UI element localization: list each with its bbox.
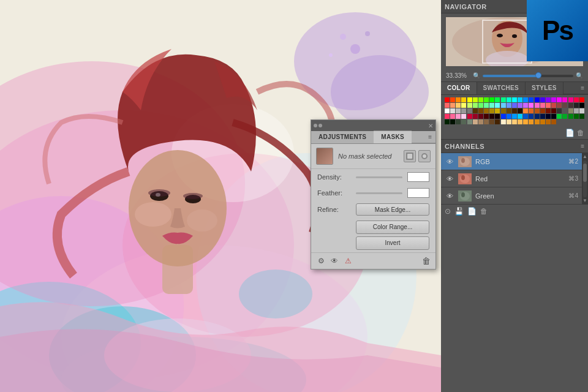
swatch-cell[interactable]	[562, 114, 567, 119]
swatch-cell[interactable]	[529, 108, 533, 113]
mask-edge-button[interactable]: Mask Edge...	[356, 203, 429, 216]
adj-trash-icon[interactable]: 🗑	[422, 256, 431, 266]
swatch-cell[interactable]	[461, 97, 466, 102]
color-range-button[interactable]: Color Range...	[356, 221, 429, 234]
adj-warning-icon[interactable]: ⚠	[343, 256, 353, 266]
swatch-cell[interactable]	[540, 114, 545, 119]
swatch-cell[interactable]	[523, 97, 528, 102]
swatch-cell[interactable]	[461, 103, 466, 108]
tab-styles[interactable]: STYLES	[526, 82, 564, 94]
swatch-cell[interactable]	[484, 108, 489, 113]
swatch-cell[interactable]	[546, 97, 551, 102]
swatch-cell[interactable]	[461, 114, 466, 119]
swatch-cell[interactable]	[484, 114, 489, 119]
swatch-cell[interactable]	[535, 108, 540, 113]
swatch-cell[interactable]	[484, 103, 489, 108]
swatch-cell[interactable]	[562, 108, 567, 113]
channels-scrollbar[interactable]: ▲ ▼	[582, 153, 588, 205]
swatch-cell[interactable]	[574, 97, 579, 102]
swatch-cell[interactable]	[489, 103, 494, 108]
swatch-cell[interactable]	[495, 108, 500, 113]
swatch-cell[interactable]	[535, 119, 540, 124]
swatch-cell[interactable]	[551, 119, 556, 124]
swatch-cell[interactable]	[546, 108, 551, 113]
swatch-cell[interactable]	[568, 108, 573, 113]
channel-row-green[interactable]: 👁 Green ⌘4	[441, 187, 582, 205]
swatch-cell[interactable]	[445, 103, 450, 108]
swatch-cell[interactable]	[579, 103, 584, 108]
swatch-cell[interactable]	[484, 119, 489, 124]
swatch-cell[interactable]	[518, 114, 522, 119]
swatch-cell[interactable]	[456, 97, 461, 102]
feather-input[interactable]	[407, 188, 429, 198]
swatch-cell[interactable]	[495, 114, 500, 119]
swatch-cell[interactable]	[501, 97, 506, 102]
swatch-cell[interactable]	[495, 103, 500, 108]
adj-panel-menu[interactable]: ≡	[424, 131, 435, 143]
swatch-cell[interactable]	[445, 97, 450, 102]
swatch-cell[interactable]	[467, 108, 472, 113]
channel-row-red[interactable]: 👁 Red ⌘3	[441, 170, 582, 187]
swatch-cell[interactable]	[450, 97, 455, 102]
scroll-up[interactable]: ▲	[582, 154, 587, 159]
swatch-cell[interactable]	[489, 119, 494, 124]
swatch-cell[interactable]	[456, 108, 461, 113]
swatch-cell[interactable]	[529, 97, 533, 102]
swatch-cell[interactable]	[512, 103, 517, 108]
swatch-cell[interactable]	[467, 97, 472, 102]
swatch-cell[interactable]	[450, 119, 455, 124]
swatch-cell[interactable]	[484, 97, 489, 102]
swatch-cell[interactable]	[495, 119, 500, 124]
swatch-cell[interactable]	[540, 103, 545, 108]
swatch-cell[interactable]	[523, 114, 528, 119]
swatch-cell[interactable]	[574, 114, 579, 119]
swatch-cell[interactable]	[551, 103, 556, 108]
channel-visibility-green[interactable]: 👁	[445, 191, 454, 201]
swatch-cell[interactable]	[523, 103, 528, 108]
panel-drag-handle[interactable]	[314, 124, 322, 127]
swatch-cell[interactable]	[507, 103, 511, 108]
swatch-cell[interactable]	[579, 108, 584, 113]
density-slider[interactable]	[356, 176, 402, 178]
swatch-cell[interactable]	[579, 114, 584, 119]
adj-eye-icon[interactable]: 👁	[330, 256, 339, 266]
swatch-cell[interactable]	[473, 114, 478, 119]
adj-tab-masks[interactable]: MASKS	[374, 130, 412, 143]
swatch-cell[interactable]	[535, 97, 540, 102]
swatch-cell[interactable]	[518, 119, 522, 124]
swatch-cell[interactable]	[557, 114, 562, 119]
swatch-cell[interactable]	[467, 114, 472, 119]
swatch-cell[interactable]	[518, 103, 522, 108]
swatch-cell[interactable]	[445, 119, 450, 124]
swatch-cell[interactable]	[546, 103, 551, 108]
swatch-cell[interactable]	[501, 108, 506, 113]
swatch-cell[interactable]	[579, 97, 584, 102]
swatch-cell[interactable]	[456, 114, 461, 119]
swatch-cell[interactable]	[523, 108, 528, 113]
swatch-cell[interactable]	[523, 119, 528, 124]
swatch-cell[interactable]	[478, 114, 483, 119]
swatch-cell[interactable]	[450, 103, 455, 108]
swatch-cell[interactable]	[450, 108, 455, 113]
density-input[interactable]	[407, 172, 429, 182]
adj-tab-adjustments[interactable]: ADJUSTMENTS	[311, 131, 374, 143]
swatch-cell[interactable]	[512, 108, 517, 113]
channels-new-icon[interactable]: 📄	[467, 207, 477, 216]
swatch-cell[interactable]	[546, 114, 551, 119]
swatch-cell[interactable]	[461, 108, 466, 113]
new-swatch-icon[interactable]: 📄	[565, 129, 575, 137]
swatch-cell[interactable]	[507, 114, 511, 119]
swatch-cell[interactable]	[557, 108, 562, 113]
swatch-cell[interactable]	[551, 108, 556, 113]
swatch-cell[interactable]	[445, 114, 450, 119]
swatch-cell[interactable]	[473, 119, 478, 124]
swatch-cell[interactable]	[473, 97, 478, 102]
swatch-cell[interactable]	[489, 97, 494, 102]
swatch-cell[interactable]	[473, 103, 478, 108]
swatch-cell[interactable]	[574, 108, 579, 113]
zoom-slider[interactable]	[483, 75, 573, 77]
swatch-cell[interactable]	[501, 119, 506, 124]
swatch-cell[interactable]	[535, 103, 540, 108]
channel-visibility-red[interactable]: 👁	[445, 174, 454, 184]
swatch-cell[interactable]	[512, 97, 517, 102]
